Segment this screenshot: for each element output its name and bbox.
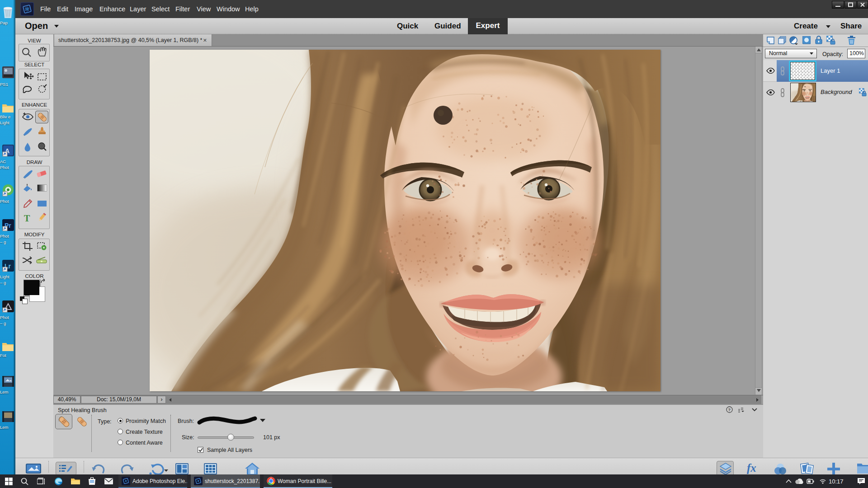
svg-text:T: T: [24, 213, 30, 223]
svg-text:?: ?: [728, 408, 731, 412]
